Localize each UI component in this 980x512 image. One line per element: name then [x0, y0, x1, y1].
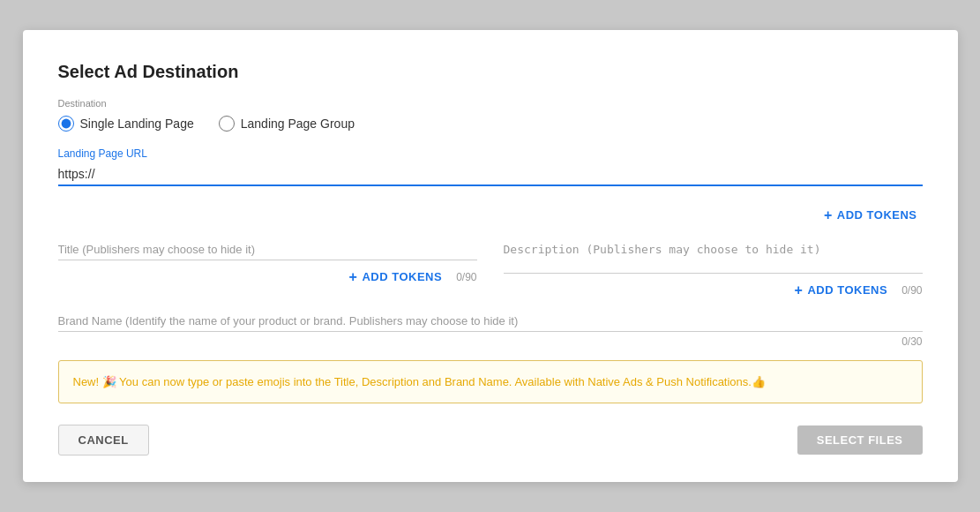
destination-label: Destination [58, 98, 923, 109]
single-landing-page-option[interactable]: Single Landing Page [58, 116, 194, 132]
title-input[interactable] [58, 239, 477, 260]
plus-icon: + [824, 207, 833, 223]
add-tokens-top-row: + ADD TOKENS [58, 204, 923, 227]
select-files-button[interactable]: SELECT FILES [797, 425, 923, 455]
add-tokens-top-label: ADD TOKENS [837, 208, 917, 222]
url-section: Landing Page URL [58, 147, 923, 186]
description-field-footer: + ADD TOKENS 0/90 [504, 279, 923, 302]
single-landing-page-radio[interactable] [58, 116, 74, 132]
brand-input[interactable] [58, 311, 923, 332]
brand-char-count: 0/30 [58, 335, 923, 348]
landing-page-group-option[interactable]: Landing Page Group [219, 116, 355, 132]
plus-icon-description: + [795, 282, 804, 298]
add-tokens-description-button[interactable]: + ADD TOKENS [789, 279, 894, 302]
landing-page-group-label[interactable]: Landing Page Group [241, 117, 355, 131]
add-tokens-top-button[interactable]: + ADD TOKENS [819, 204, 923, 227]
url-field-label: Landing Page URL [58, 147, 923, 160]
modal-title: Select Ad Destination [58, 62, 923, 82]
add-tokens-title-button[interactable]: + ADD TOKENS [344, 266, 448, 289]
title-description-row: + ADD TOKENS 0/90 + ADD TOKENS 0/90 [58, 239, 923, 302]
landing-page-group-radio[interactable] [219, 116, 235, 132]
modal-footer: CANCEL SELECT FILES [58, 425, 923, 456]
title-char-count: 0/90 [456, 271, 476, 283]
title-field-footer: + ADD TOKENS 0/90 [58, 266, 477, 289]
description-textarea[interactable] [504, 239, 923, 274]
destination-radio-group: Single Landing Page Landing Page Group [58, 116, 923, 132]
select-ad-destination-modal: Select Ad Destination Destination Single… [23, 30, 958, 483]
emoji-notice: New! 🎉 You can now type or paste emojis … [58, 360, 923, 404]
url-input[interactable] [58, 163, 923, 186]
single-landing-page-label[interactable]: Single Landing Page [80, 117, 194, 131]
add-tokens-title-label: ADD TOKENS [362, 270, 442, 283]
add-tokens-description-label: ADD TOKENS [807, 283, 887, 297]
description-field-col: + ADD TOKENS 0/90 [504, 239, 923, 302]
description-char-count: 0/90 [901, 284, 922, 297]
title-field-col: + ADD TOKENS 0/90 [58, 239, 477, 302]
brand-section: 0/30 [58, 311, 923, 348]
plus-icon-title: + [349, 269, 358, 285]
cancel-button[interactable]: CANCEL [58, 425, 149, 456]
